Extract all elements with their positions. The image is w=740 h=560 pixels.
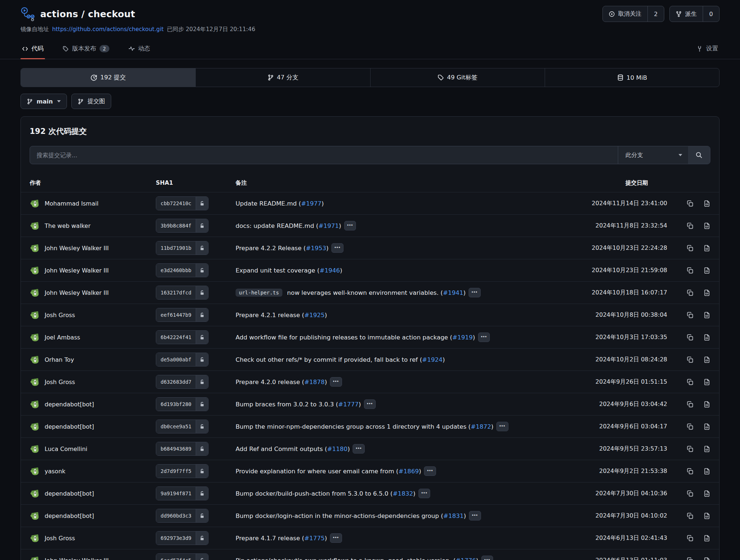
issue-link[interactable]: #1180 [327, 446, 348, 452]
page-title[interactable]: actions / checkout [40, 9, 135, 19]
branch-selector[interactable]: main [20, 94, 67, 109]
commit-author-name[interactable]: John Wesley Walker III [45, 289, 109, 296]
copy-sha-icon[interactable] [687, 289, 694, 296]
commit-sha-badge[interactable]: d632683dd7 [156, 375, 209, 389]
view-source-at-commit-icon[interactable] [703, 490, 710, 497]
issue-link[interactable]: #1775 [304, 535, 325, 542]
commit-sha-badge[interactable]: eef61447b9 [156, 308, 209, 322]
issue-link[interactable]: #1977 [301, 200, 322, 207]
branch-filter-dropdown[interactable]: 此分支 [618, 146, 688, 164]
view-source-at-commit-icon[interactable] [703, 379, 710, 386]
expand-commit-body-button[interactable]: ••• [469, 511, 481, 520]
expand-commit-body-button[interactable]: ••• [344, 221, 356, 230]
commit-author-name[interactable]: Josh Gross [45, 312, 75, 319]
copy-sha-icon[interactable] [687, 312, 694, 319]
commit-author-name[interactable]: Joel Ambass [45, 334, 80, 341]
commit-sha-badge[interactable]: 11bd71901b [156, 241, 209, 255]
issue-link[interactable]: #1971 [318, 222, 339, 229]
view-source-at-commit-icon[interactable] [703, 245, 710, 252]
commit-sha-badge[interactable]: 9a9194f871 [156, 486, 209, 500]
view-source-at-commit-icon[interactable] [703, 200, 710, 207]
view-source-at-commit-icon[interactable] [703, 401, 710, 408]
expand-commit-body-button[interactable]: ••• [469, 288, 481, 297]
expand-commit-body-button[interactable]: ••• [330, 533, 342, 543]
issue-link[interactable]: #1869 [398, 468, 419, 475]
expand-commit-body-button[interactable]: ••• [481, 556, 493, 560]
expand-commit-body-button[interactable]: ••• [478, 332, 490, 342]
view-source-at-commit-icon[interactable] [703, 289, 710, 296]
issue-link[interactable]: #1872 [471, 423, 491, 430]
expand-commit-body-button[interactable]: ••• [496, 422, 508, 431]
commit-author-name[interactable]: dependabot[bot] [45, 423, 94, 430]
copy-sha-icon[interactable] [687, 446, 694, 452]
copy-sha-icon[interactable] [687, 535, 694, 542]
tab-code[interactable]: 代码 [20, 38, 45, 59]
copy-sha-icon[interactable] [687, 222, 694, 229]
issue-link[interactable]: #1946 [319, 267, 340, 274]
commit-sha-badge[interactable]: de5a000abf [156, 353, 209, 367]
view-source-at-commit-icon[interactable] [703, 356, 710, 363]
view-source-at-commit-icon[interactable] [703, 222, 710, 229]
commit-sha-badge[interactable]: db0cee9a51 [156, 420, 209, 433]
commit-sha-badge[interactable]: 3b9b8c884f [156, 219, 209, 233]
copy-sha-icon[interactable] [687, 557, 694, 560]
view-source-at-commit-icon[interactable] [703, 334, 710, 341]
search-input[interactable] [30, 146, 618, 164]
commit-author-name[interactable]: dependabot[bot] [45, 490, 94, 497]
commit-author-name[interactable]: yasonk [45, 468, 65, 475]
tab-releases[interactable]: 版本发布 2 [61, 38, 111, 59]
commit-author-name[interactable]: dependabot[bot] [45, 512, 94, 519]
issue-link[interactable]: #1925 [304, 312, 325, 319]
commit-author-name[interactable]: The web walker [45, 222, 90, 229]
issue-link[interactable]: #1953 [306, 245, 326, 252]
forks-count[interactable]: 0 [703, 6, 719, 22]
commit-sha-badge[interactable]: cbb722410c [156, 196, 209, 210]
expand-commit-body-button[interactable]: ••• [331, 243, 343, 253]
view-source-at-commit-icon[interactable] [703, 267, 710, 274]
stat-size[interactable]: 10 MiB [545, 68, 719, 87]
copy-sha-icon[interactable] [687, 334, 694, 341]
commit-author-name[interactable]: John Wesley Walker III [45, 557, 109, 560]
mirror-url-link[interactable]: https://github.com/actions/checkout.git [52, 26, 164, 33]
view-source-at-commit-icon[interactable] [703, 312, 710, 319]
stat-tags[interactable]: 49 Git标签 [370, 68, 545, 87]
tab-settings[interactable]: 设置 [695, 38, 720, 59]
commit-author-name[interactable]: Orhan Toy [45, 356, 74, 363]
stat-commits[interactable]: 192 提交 [21, 68, 195, 87]
copy-sha-icon[interactable] [687, 356, 694, 363]
commit-author-name[interactable]: dependabot[bot] [45, 401, 94, 408]
issue-link[interactable]: #1832 [393, 490, 413, 497]
issue-link[interactable]: #1941 [443, 289, 463, 296]
expand-commit-body-button[interactable]: ••• [364, 399, 376, 409]
commit-sha-badge[interactable]: 2d7d9f7ff5 [156, 464, 209, 478]
watchers-count[interactable]: 2 [647, 6, 664, 22]
copy-sha-icon[interactable] [687, 401, 694, 408]
expand-commit-body-button[interactable]: ••• [353, 444, 365, 454]
issue-link[interactable]: #1878 [304, 379, 325, 386]
view-source-at-commit-icon[interactable] [703, 557, 710, 560]
copy-sha-icon[interactable] [687, 490, 694, 497]
commit-sha-badge[interactable]: 6b42224f41 [156, 330, 209, 344]
commit-author-name[interactable]: Luca Comellini [45, 446, 87, 452]
view-source-at-commit-icon[interactable] [703, 512, 710, 519]
commit-sha-badge[interactable]: b684943689 [156, 442, 209, 456]
commit-sha-badge[interactable]: dd960bd3c3 [156, 509, 209, 523]
issue-link[interactable]: #1831 [443, 512, 464, 519]
copy-sha-icon[interactable] [687, 423, 694, 430]
expand-commit-body-button[interactable]: ••• [418, 489, 431, 498]
commit-sha-badge[interactable]: e3d2460bbb [156, 263, 209, 277]
commit-author-name[interactable]: Josh Gross [45, 535, 75, 542]
fork-button[interactable]: 派生 0 [669, 6, 720, 22]
search-button[interactable] [688, 146, 710, 164]
expand-commit-body-button[interactable]: ••• [330, 377, 342, 387]
copy-sha-icon[interactable] [687, 200, 694, 207]
issue-link[interactable]: #1919 [452, 334, 473, 341]
expand-commit-body-button[interactable]: ••• [424, 466, 436, 476]
view-source-at-commit-icon[interactable] [703, 468, 710, 475]
issue-link[interactable]: #1776 [455, 557, 476, 560]
copy-sha-icon[interactable] [687, 468, 694, 475]
commit-author-name[interactable]: John Wesley Walker III [45, 245, 109, 252]
commit-author-name[interactable]: Josh Gross [45, 379, 75, 386]
commit-author-name[interactable]: John Wesley Walker III [45, 267, 109, 274]
copy-sha-icon[interactable] [687, 245, 694, 252]
